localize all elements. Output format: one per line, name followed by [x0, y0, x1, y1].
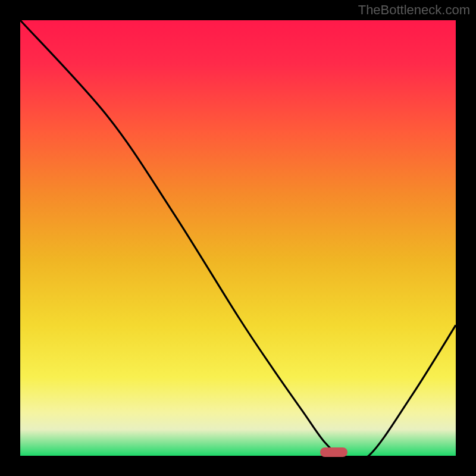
optimum-marker	[320, 447, 347, 457]
plot-area	[20, 20, 456, 456]
watermark-text: TheBottleneck.com	[358, 2, 470, 18]
bottleneck-curve	[20, 20, 456, 456]
